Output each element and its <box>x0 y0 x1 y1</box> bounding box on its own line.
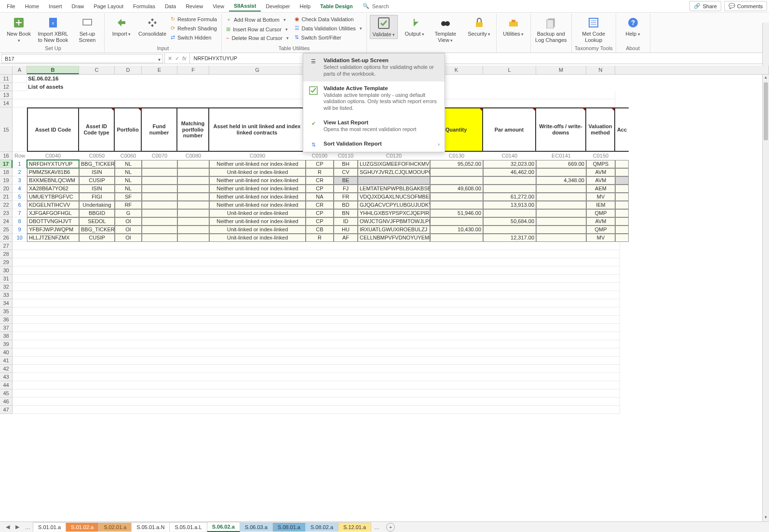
cell-asset-id[interactable]: HLLJTZENFZMX <box>27 234 79 242</box>
cell-fund-number[interactable] <box>142 226 177 234</box>
share-button[interactable]: 🔗Share <box>689 1 721 11</box>
cell-matching[interactable] <box>177 168 209 176</box>
rowhead-44[interactable]: 44 <box>0 381 13 389</box>
empty-cell[interactable] <box>13 291 620 299</box>
help-button[interactable]: ?Help <box>619 15 647 38</box>
rowhead-30[interactable]: 30 <box>0 266 13 275</box>
fx-icon[interactable]: fx <box>182 55 187 61</box>
scroll-down-icon[interactable]: ▾ <box>763 515 769 521</box>
metcode-button[interactable]: Met Code Lookup <box>580 15 607 44</box>
cell-valuation[interactable]: IEM <box>586 201 615 209</box>
tab-file[interactable]: File <box>2 1 20 11</box>
rowhead-39[interactable]: 39 <box>0 340 13 348</box>
empty-cell[interactable] <box>13 283 620 291</box>
cell-writeoffs[interactable] <box>536 193 586 201</box>
cell-matching[interactable] <box>177 209 209 217</box>
cell-portfolio[interactable]: SF <box>115 193 142 201</box>
name-box[interactable]: B17 <box>1 54 163 63</box>
cell-matching[interactable] <box>177 217 209 226</box>
cell-custodian[interactable] <box>358 176 430 185</box>
cell-matching[interactable] <box>177 160 209 168</box>
cell-par-amount[interactable]: 32,023.00 <box>483 160 536 168</box>
cell-acc[interactable] <box>615 201 629 209</box>
cell-portfolio[interactable]: NL <box>115 160 142 168</box>
cell-acc[interactable] <box>615 185 629 193</box>
ribbon-collapse[interactable] <box>762 23 769 66</box>
cell-valuation[interactable]: AEM <box>586 185 615 193</box>
cell-portfolio[interactable]: OI <box>115 234 142 242</box>
cell-asset-id[interactable]: KDGELNTIHCVV <box>27 201 79 209</box>
cell-custodian[interactable]: CELLNBMPVFVDNOYUYEME <box>358 234 430 242</box>
rowhead-41[interactable]: 41 <box>0 357 13 365</box>
cell-asset-id-type[interactable]: FIGI <box>79 193 115 201</box>
rowhead-16[interactable]: 16 <box>0 152 13 160</box>
cell-asset-held[interactable]: Unit-linked or index-linked <box>209 168 306 176</box>
col-B[interactable]: B <box>27 66 79 74</box>
view-last-report-item[interactable]: ✔ View Last ReportOpens the most recent … <box>303 116 445 137</box>
cell-matching[interactable] <box>177 234 209 242</box>
empty-cell[interactable] <box>13 242 620 250</box>
rowhead-13[interactable]: 13 <box>0 91 13 99</box>
rowhead-32[interactable]: 32 <box>0 283 13 291</box>
cell-par-amount[interactable] <box>483 176 536 185</box>
cell-fund-number[interactable] <box>142 160 177 168</box>
rowhead-12[interactable]: 12 <box>0 83 13 91</box>
cell-pledged[interactable]: CB <box>306 226 334 234</box>
rowhead-26[interactable]: 26 <box>0 234 13 242</box>
empty-cell[interactable] <box>13 357 620 365</box>
cell-par-amount[interactable]: 12,317.00 <box>483 234 536 242</box>
sheet-tab-s0501an[interactable]: S.05.01.a.N <box>131 522 170 532</box>
cell-par-amount[interactable] <box>483 185 536 193</box>
scroll-thumb[interactable] <box>764 82 768 140</box>
rowhead-17[interactable]: 17 <box>0 160 13 168</box>
cell-country[interactable]: FJ <box>334 185 358 193</box>
cell-custodian[interactable]: LUZGSIXGMEEFOFIHCKMV <box>358 160 430 168</box>
cell-country[interactable]: FR <box>334 193 358 201</box>
empty-cell[interactable] <box>13 340 620 348</box>
empty-cell[interactable] <box>13 348 620 357</box>
rowhead-33[interactable]: 33 <box>0 291 13 299</box>
sort-filter-button[interactable]: ⇅Switch Sort/Filter <box>293 33 364 41</box>
insert-row-cursor-button[interactable]: ⊞Insert Row at Cursor <box>225 25 290 33</box>
rowhead-37[interactable]: 37 <box>0 324 13 332</box>
import-xbrl-button[interactable]: XImport XBRL to New Book <box>36 15 70 44</box>
tab-data[interactable]: Data <box>160 1 181 11</box>
rowhead-23[interactable]: 23 <box>0 209 13 217</box>
validate-active-template-item[interactable]: Validate Active TemplateValidate active … <box>303 81 445 116</box>
cell-asset-held[interactable]: Unit-linked or index-linked <box>209 209 306 217</box>
cell-portfolio[interactable]: NL <box>115 185 142 193</box>
cell-quantity[interactable]: 95,052.00 <box>430 160 483 168</box>
rowhead-36[interactable]: 36 <box>0 316 13 324</box>
consolidate-button[interactable]: Consolidate <box>138 15 166 38</box>
cell-fund-number[interactable] <box>142 234 177 242</box>
cell-writeoffs[interactable] <box>536 226 586 234</box>
cell-writeoffs[interactable] <box>536 209 586 217</box>
cell-asset-id[interactable]: PMMZ5KAV81B6 <box>27 168 79 176</box>
col-E[interactable]: E <box>142 66 177 74</box>
cell-asset-id[interactable]: UMUEYTBPGFVC <box>27 193 79 201</box>
cell-quantity[interactable] <box>430 234 483 242</box>
cell-asset-id-type[interactable]: CUSIP <box>79 176 115 185</box>
cell-portfolio[interactable]: OI <box>115 217 142 226</box>
tab-pagelayout[interactable]: Page Layout <box>89 1 128 11</box>
cell-asset-held[interactable]: Neither unit-linked nor index-linked <box>209 160 306 168</box>
cell-acc[interactable] <box>615 217 629 226</box>
rowhead-46[interactable]: 46 <box>0 398 13 406</box>
cell-writeoffs[interactable] <box>536 201 586 209</box>
empty-cell[interactable] <box>13 365 620 373</box>
rowhead-20[interactable]: 20 <box>0 185 13 193</box>
cell-par-amount[interactable] <box>483 226 536 234</box>
rowhead-15[interactable]: 15 <box>0 107 13 152</box>
cell-portfolio[interactable]: RF <box>115 201 142 209</box>
cell-fund-number[interactable] <box>142 217 177 226</box>
sort-validation-report-item[interactable]: ⇅ Sort Validation Report › <box>303 137 445 152</box>
cell-custodian[interactable]: SGHUYJVRZLCJQLMOOUPC <box>358 168 430 176</box>
empty-cell[interactable] <box>13 332 620 340</box>
col-D[interactable]: D <box>115 66 142 74</box>
tab-home[interactable]: Home <box>20 1 44 11</box>
sheet-tab-s0501al[interactable]: S.05.01.a.L <box>169 522 207 532</box>
rowhead-29[interactable]: 29 <box>0 258 13 266</box>
col-N[interactable]: N <box>586 66 615 74</box>
cell-asset-id-type[interactable]: Undertaking <box>79 201 115 209</box>
add-row-bottom-button[interactable]: ＋Add Row at Bottom <box>225 15 290 24</box>
